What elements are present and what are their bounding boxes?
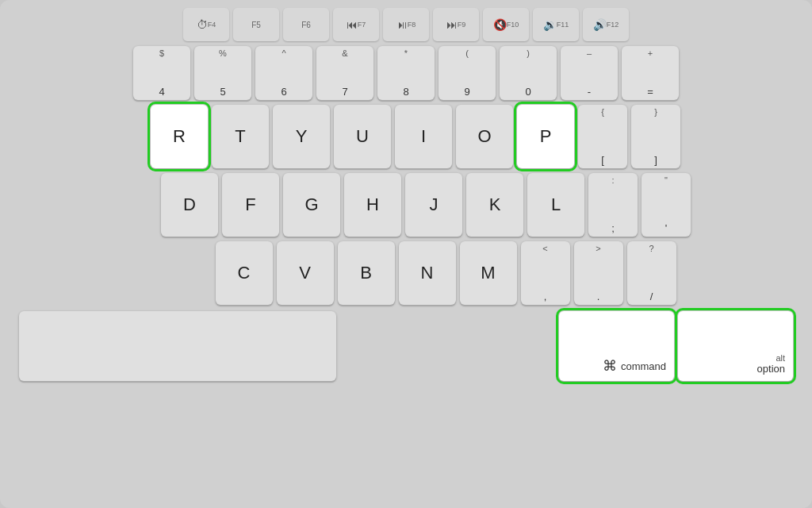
key-t[interactable]: T <box>212 105 269 168</box>
volume-down-icon: 🔉 <box>543 18 557 31</box>
key-5[interactable]: % 5 <box>194 46 251 100</box>
key-j[interactable]: J <box>405 173 462 237</box>
f6-label: F6 <box>301 21 311 29</box>
key-i[interactable]: I <box>395 105 452 168</box>
key-left-bracket[interactable]: { [ <box>578 105 627 168</box>
key-f12[interactable]: 🔊 F12 <box>583 8 629 41</box>
key-f5[interactable]: F5 <box>233 8 279 41</box>
key-8[interactable]: * 8 <box>377 46 435 100</box>
volume-up-icon: 🔊 <box>593 18 607 31</box>
key-equals[interactable]: + = <box>622 46 679 100</box>
keyboard: ⏱ F4 F5 F6 ⏮ F7 ⏯ F8 ⏭ F9 🔇 F10 🔉 F11 <box>0 0 812 508</box>
key-o[interactable]: O <box>456 105 513 168</box>
key-u[interactable]: U <box>334 105 391 168</box>
key-7[interactable]: & 7 <box>316 46 373 100</box>
key-m[interactable]: M <box>460 241 517 305</box>
key-f4[interactable]: ⏱ F4 <box>183 8 229 41</box>
key-g[interactable]: G <box>283 173 340 237</box>
key-comma[interactable]: < , <box>521 241 570 305</box>
fn-row: ⏱ F4 F5 F6 ⏮ F7 ⏯ F8 ⏭ F9 🔇 F10 🔉 F11 <box>10 8 802 41</box>
alt-label: alt <box>776 353 785 363</box>
key-command[interactable]: ⌘ command <box>559 311 674 381</box>
key-period[interactable]: > . <box>574 241 623 305</box>
key-right-bracket[interactable]: } ] <box>631 105 680 168</box>
key-b[interactable]: B <box>338 241 395 305</box>
key-semicolon[interactable]: : ; <box>588 173 638 237</box>
bottom-row: ⌘ command alt option <box>10 311 802 381</box>
key-4[interactable]: $ 4 <box>133 46 190 100</box>
mute-icon: 🔇 <box>493 18 507 31</box>
brightness-icon: ⏱ <box>197 18 208 31</box>
key-r[interactable]: R <box>151 105 208 168</box>
key-slash[interactable]: ? / <box>627 241 676 305</box>
key-d[interactable]: D <box>161 173 218 237</box>
fastforward-icon: ⏭ <box>446 18 458 31</box>
key-quote[interactable]: " ' <box>642 173 691 237</box>
command-label: command <box>621 360 666 372</box>
key-f9[interactable]: ⏭ F9 <box>433 8 479 41</box>
key-minus[interactable]: – - <box>561 46 618 100</box>
key-c[interactable]: C <box>216 241 273 305</box>
key-f8[interactable]: ⏯ F8 <box>383 8 429 41</box>
key-v[interactable]: V <box>277 241 334 305</box>
option-label: option <box>757 363 785 375</box>
key-h[interactable]: H <box>344 173 401 237</box>
key-f11[interactable]: 🔉 F11 <box>533 8 579 41</box>
rewind-icon: ⏮ <box>347 18 358 31</box>
playpause-icon: ⏯ <box>396 18 408 31</box>
key-k[interactable]: K <box>466 173 523 237</box>
key-0[interactable]: ) 0 <box>500 46 557 100</box>
key-option[interactable]: alt option <box>678 311 793 381</box>
key-9[interactable]: ( 9 <box>439 46 496 100</box>
key-f[interactable]: F <box>222 173 279 237</box>
key-6[interactable]: ^ 6 <box>255 46 312 100</box>
qwerty-row: R T Y U I O P { [ } ] <box>10 105 802 168</box>
asdf-row: D F G H J K L : ; " ' <box>10 173 802 237</box>
key-l[interactable]: L <box>527 173 584 237</box>
key-f10[interactable]: 🔇 F10 <box>483 8 529 41</box>
key-n[interactable]: N <box>399 241 456 305</box>
key-p[interactable]: P <box>517 105 574 168</box>
f5-label: F5 <box>251 21 261 29</box>
command-symbol-icon: ⌘ <box>603 357 617 375</box>
zxcv-row: C V B N M < , > . ? / <box>10 241 802 305</box>
key-y[interactable]: Y <box>273 105 330 168</box>
key-f7[interactable]: ⏮ F7 <box>333 8 379 41</box>
key-f6[interactable]: F6 <box>283 8 329 41</box>
key-spacebar[interactable] <box>19 311 336 381</box>
num-row: $ 4 % 5 ^ 6 & 7 * 8 ( 9 ) 0 – - <box>10 46 802 100</box>
